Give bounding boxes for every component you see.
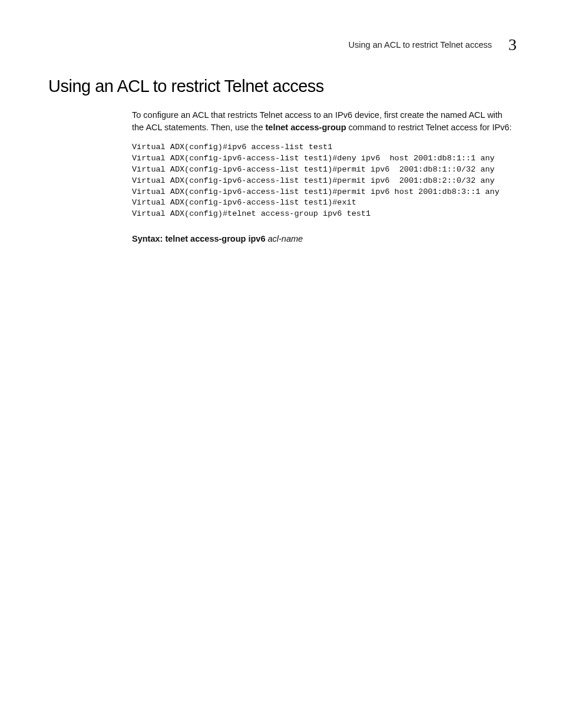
syntax-line: Syntax: telnet access-group ipv6 acl-nam… (132, 234, 516, 243)
intro-text-part2: command to restrict Telnet access for IP… (346, 123, 512, 132)
chapter-number: 3 (508, 35, 516, 54)
running-title: Using an ACL to restrict Telnet access (349, 40, 492, 50)
intro-paragraph: To configure an ACL that restricts Telne… (132, 109, 516, 134)
intro-command-bold: telnet access-group (266, 123, 346, 132)
section-heading: Using an ACL to restrict Telnet access (48, 77, 516, 96)
page-content: Using an ACL to restrict Telnet access T… (48, 77, 516, 243)
page-header: Using an ACL to restrict Telnet access 3 (349, 35, 516, 54)
syntax-label: Syntax: (132, 234, 165, 243)
code-block: Virtual ADX(config)#ipv6 access-list tes… (132, 142, 516, 220)
syntax-command: telnet access-group ipv6 (165, 234, 265, 243)
syntax-arg: acl-name (265, 234, 303, 243)
